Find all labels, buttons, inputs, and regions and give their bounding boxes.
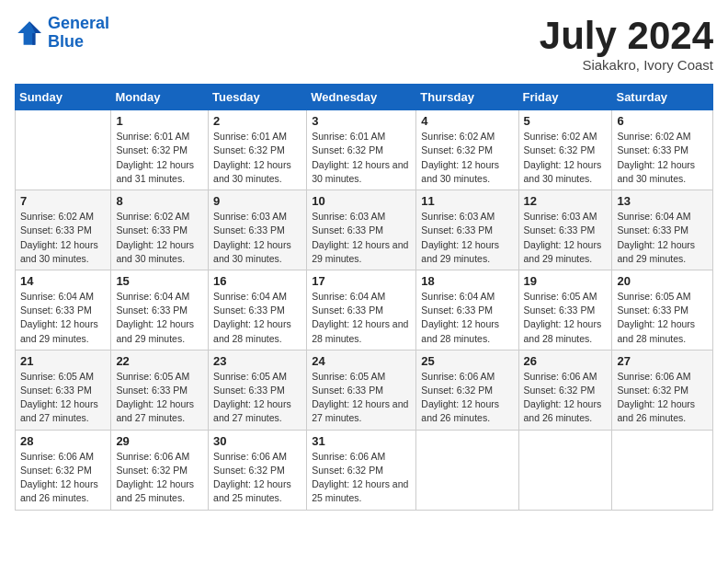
weekday-header-friday: Friday [518, 85, 612, 110]
day-info: Sunrise: 6:04 AMSunset: 6:33 PMDaylight:… [20, 290, 106, 346]
day-info: Sunrise: 6:05 AMSunset: 6:33 PMDaylight:… [213, 370, 301, 426]
calendar-cell: 19Sunrise: 6:05 AMSunset: 6:33 PMDayligh… [518, 270, 612, 350]
calendar-cell [518, 430, 612, 510]
day-number: 8 [116, 194, 203, 208]
weekday-header-thursday: Thursday [416, 85, 518, 110]
day-info: Sunrise: 6:06 AMSunset: 6:32 PMDaylight:… [312, 450, 411, 506]
day-number: 18 [421, 274, 513, 288]
calendar-cell: 26Sunrise: 6:06 AMSunset: 6:32 PMDayligh… [518, 350, 612, 430]
day-info: Sunrise: 6:05 AMSunset: 6:33 PMDaylight:… [20, 370, 106, 426]
calendar-cell: 22Sunrise: 6:05 AMSunset: 6:33 PMDayligh… [111, 350, 209, 430]
calendar-cell: 5Sunrise: 6:02 AMSunset: 6:32 PMDaylight… [518, 110, 612, 190]
day-number: 28 [20, 434, 106, 448]
calendar-cell: 30Sunrise: 6:06 AMSunset: 6:32 PMDayligh… [209, 430, 307, 510]
day-number: 4 [421, 114, 513, 128]
day-info: Sunrise: 6:01 AMSunset: 6:32 PMDaylight:… [312, 130, 411, 186]
day-number: 2 [213, 114, 301, 128]
day-info: Sunrise: 6:05 AMSunset: 6:33 PMDaylight:… [312, 370, 411, 426]
day-info: Sunrise: 6:05 AMSunset: 6:33 PMDaylight:… [116, 370, 203, 426]
day-info: Sunrise: 6:04 AMSunset: 6:33 PMDaylight:… [617, 210, 708, 266]
calendar-cell: 29Sunrise: 6:06 AMSunset: 6:32 PMDayligh… [111, 430, 209, 510]
calendar-cell: 9Sunrise: 6:03 AMSunset: 6:33 PMDaylight… [209, 190, 307, 270]
calendar-cell: 23Sunrise: 6:05 AMSunset: 6:33 PMDayligh… [209, 350, 307, 430]
week-row-3: 14Sunrise: 6:04 AMSunset: 6:33 PMDayligh… [16, 270, 713, 350]
day-number: 11 [421, 194, 513, 208]
day-number: 25 [421, 354, 513, 368]
calendar-cell: 3Sunrise: 6:01 AMSunset: 6:32 PMDaylight… [307, 110, 416, 190]
day-info: Sunrise: 6:01 AMSunset: 6:32 PMDaylight:… [213, 130, 301, 186]
calendar-cell: 15Sunrise: 6:04 AMSunset: 6:33 PMDayligh… [111, 270, 209, 350]
day-number: 14 [20, 274, 106, 288]
calendar-cell: 18Sunrise: 6:04 AMSunset: 6:33 PMDayligh… [416, 270, 518, 350]
day-number: 17 [312, 274, 411, 288]
location-subtitle: Siakakro, Ivory Coast [540, 57, 713, 73]
day-info: Sunrise: 6:06 AMSunset: 6:32 PMDaylight:… [213, 450, 301, 506]
calendar-cell: 24Sunrise: 6:05 AMSunset: 6:33 PMDayligh… [307, 350, 416, 430]
day-number: 12 [524, 194, 608, 208]
day-number: 1 [116, 114, 203, 128]
calendar-cell: 28Sunrise: 6:06 AMSunset: 6:32 PMDayligh… [16, 430, 111, 510]
calendar-cell [16, 110, 111, 190]
day-number: 15 [116, 274, 203, 288]
calendar-cell [612, 430, 713, 510]
calendar-cell [416, 430, 518, 510]
day-number: 7 [20, 194, 106, 208]
day-info: Sunrise: 6:04 AMSunset: 6:33 PMDaylight:… [116, 290, 203, 346]
calendar-cell: 6Sunrise: 6:02 AMSunset: 6:33 PMDaylight… [612, 110, 713, 190]
day-info: Sunrise: 6:01 AMSunset: 6:32 PMDaylight:… [116, 130, 203, 186]
day-number: 31 [312, 434, 411, 448]
day-number: 21 [20, 354, 106, 368]
day-number: 5 [524, 114, 608, 128]
page-header: General Blue July 2024 Siakakro, Ivory C… [15, 15, 713, 73]
logo-line2: Blue [48, 32, 84, 51]
day-info: Sunrise: 6:05 AMSunset: 6:33 PMDaylight:… [524, 290, 608, 346]
calendar-table: SundayMondayTuesdayWednesdayThursdayFrid… [15, 84, 713, 510]
day-number: 3 [312, 114, 411, 128]
day-number: 23 [213, 354, 301, 368]
day-number: 16 [213, 274, 301, 288]
calendar-cell: 8Sunrise: 6:02 AMSunset: 6:33 PMDaylight… [111, 190, 209, 270]
calendar-cell: 21Sunrise: 6:05 AMSunset: 6:33 PMDayligh… [16, 350, 111, 430]
calendar-cell: 31Sunrise: 6:06 AMSunset: 6:32 PMDayligh… [307, 430, 416, 510]
day-info: Sunrise: 6:06 AMSunset: 6:32 PMDaylight:… [20, 450, 106, 506]
day-number: 9 [213, 194, 301, 208]
calendar-cell: 12Sunrise: 6:03 AMSunset: 6:33 PMDayligh… [518, 190, 612, 270]
day-info: Sunrise: 6:04 AMSunset: 6:33 PMDaylight:… [213, 290, 301, 346]
calendar-cell: 17Sunrise: 6:04 AMSunset: 6:33 PMDayligh… [307, 270, 416, 350]
day-number: 22 [116, 354, 203, 368]
day-info: Sunrise: 6:02 AMSunset: 6:33 PMDaylight:… [617, 130, 708, 186]
day-number: 10 [312, 194, 411, 208]
weekday-header-monday: Monday [111, 85, 209, 110]
calendar-cell: 10Sunrise: 6:03 AMSunset: 6:33 PMDayligh… [307, 190, 416, 270]
day-info: Sunrise: 6:02 AMSunset: 6:33 PMDaylight:… [20, 210, 106, 266]
day-info: Sunrise: 6:02 AMSunset: 6:32 PMDaylight:… [524, 130, 608, 186]
day-number: 24 [312, 354, 411, 368]
weekday-header-sunday: Sunday [16, 85, 111, 110]
week-row-2: 7Sunrise: 6:02 AMSunset: 6:33 PMDaylight… [16, 190, 713, 270]
day-info: Sunrise: 6:03 AMSunset: 6:33 PMDaylight:… [524, 210, 608, 266]
day-number: 6 [617, 114, 708, 128]
day-info: Sunrise: 6:06 AMSunset: 6:32 PMDaylight:… [116, 450, 203, 506]
week-row-5: 28Sunrise: 6:06 AMSunset: 6:32 PMDayligh… [16, 430, 713, 510]
calendar-cell: 25Sunrise: 6:06 AMSunset: 6:32 PMDayligh… [416, 350, 518, 430]
calendar-cell: 27Sunrise: 6:06 AMSunset: 6:32 PMDayligh… [612, 350, 713, 430]
weekday-header-wednesday: Wednesday [307, 85, 416, 110]
day-number: 13 [617, 194, 708, 208]
day-info: Sunrise: 6:02 AMSunset: 6:32 PMDaylight:… [421, 130, 513, 186]
logo-text: General Blue [48, 15, 109, 52]
day-info: Sunrise: 6:04 AMSunset: 6:33 PMDaylight:… [421, 290, 513, 346]
calendar-cell: 1Sunrise: 6:01 AMSunset: 6:32 PMDaylight… [111, 110, 209, 190]
day-info: Sunrise: 6:03 AMSunset: 6:33 PMDaylight:… [312, 210, 411, 266]
calendar-cell: 13Sunrise: 6:04 AMSunset: 6:33 PMDayligh… [612, 190, 713, 270]
calendar-cell: 7Sunrise: 6:02 AMSunset: 6:33 PMDaylight… [16, 190, 111, 270]
day-number: 27 [617, 354, 708, 368]
day-number: 30 [213, 434, 301, 448]
day-number: 19 [524, 274, 608, 288]
week-row-1: 1Sunrise: 6:01 AMSunset: 6:32 PMDaylight… [16, 110, 713, 190]
day-info: Sunrise: 6:04 AMSunset: 6:33 PMDaylight:… [312, 290, 411, 346]
day-number: 29 [116, 434, 203, 448]
day-info: Sunrise: 6:06 AMSunset: 6:32 PMDaylight:… [524, 370, 608, 426]
calendar-cell: 2Sunrise: 6:01 AMSunset: 6:32 PMDaylight… [209, 110, 307, 190]
calendar-cell: 14Sunrise: 6:04 AMSunset: 6:33 PMDayligh… [16, 270, 111, 350]
logo-icon [15, 18, 44, 48]
